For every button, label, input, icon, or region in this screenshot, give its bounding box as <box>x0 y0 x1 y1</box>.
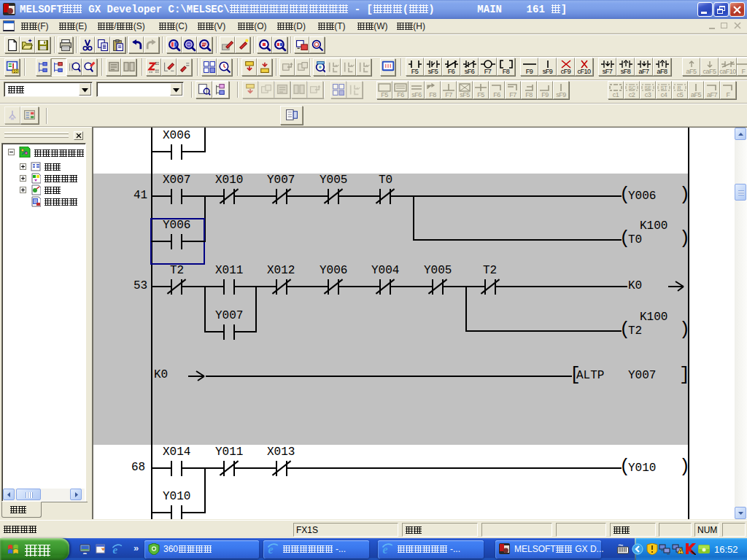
svg-text:SE: SE <box>645 85 652 90</box>
svg-text:R: R <box>678 85 681 90</box>
svg-text:SC: SC <box>629 85 636 90</box>
svg-text:ST: ST <box>661 85 668 90</box>
